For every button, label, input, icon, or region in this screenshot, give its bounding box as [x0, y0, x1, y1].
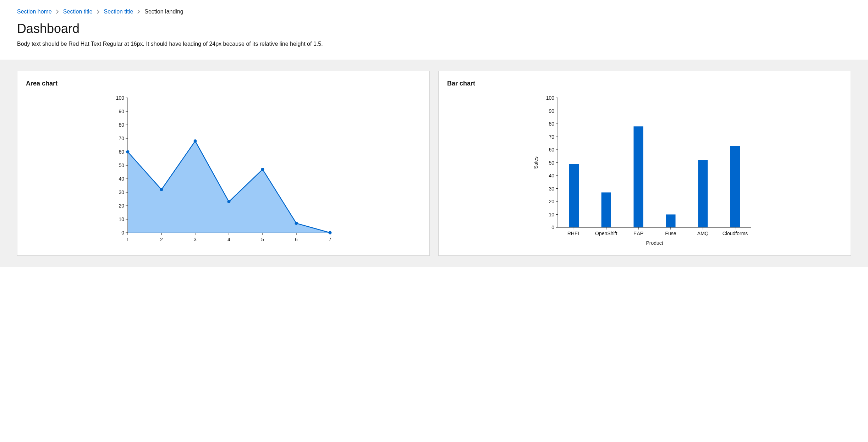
y-tick-label: 40 — [549, 173, 554, 178]
x-tick-label: 1 — [126, 237, 129, 242]
breadcrumb-link[interactable]: Section title — [104, 9, 133, 15]
x-axis-label: Product — [646, 240, 663, 246]
y-tick-label: 80 — [119, 122, 124, 128]
chevron-right-icon — [97, 10, 100, 14]
y-axis-label: Sales — [533, 156, 539, 169]
x-tick-label: 6 — [295, 237, 298, 242]
breadcrumb-current: Section landing — [144, 9, 183, 15]
y-tick-label: 50 — [549, 160, 554, 166]
x-tick-label: OpenShift — [595, 231, 617, 236]
y-tick-label: 80 — [549, 121, 554, 127]
x-tick-label: EAP — [633, 231, 643, 236]
area-fill — [128, 141, 330, 233]
y-tick-label: 60 — [549, 147, 554, 153]
area-chart: 01020304050607080901001234567 — [26, 94, 421, 247]
area-point — [328, 231, 331, 234]
y-tick-label: 0 — [121, 230, 124, 236]
bar — [698, 160, 708, 227]
y-tick-label: 100 — [546, 95, 554, 101]
area-point — [295, 222, 298, 225]
area-point — [160, 188, 163, 191]
area-point — [227, 200, 230, 203]
y-tick-label: 70 — [549, 134, 554, 140]
y-tick-label: 90 — [119, 109, 124, 114]
chevron-right-icon — [56, 10, 59, 14]
breadcrumb-link[interactable]: Section title — [63, 9, 93, 15]
y-tick-label: 70 — [119, 136, 124, 141]
x-tick-label: RHEL — [567, 231, 581, 236]
x-tick-label: 4 — [227, 237, 230, 242]
y-tick-label: 50 — [119, 162, 124, 168]
x-tick-label: Cloudforms — [722, 231, 748, 236]
x-tick-label: 2 — [160, 237, 163, 242]
y-tick-label: 30 — [119, 189, 124, 195]
y-tick-label: 0 — [551, 225, 554, 230]
bar-chart-title: Bar chart — [447, 80, 842, 87]
bar — [601, 192, 611, 227]
y-tick-label: 60 — [119, 149, 124, 155]
bar-chart-card: Bar chart 0102030405060708090100RHELOpen… — [438, 71, 851, 256]
bar — [666, 215, 675, 228]
x-tick-label: 7 — [329, 237, 331, 242]
bar-chart-svg: 0102030405060708090100RHELOpenShiftEAPFu… — [531, 94, 758, 247]
page-title: Dashboard — [17, 21, 851, 36]
bar — [730, 146, 740, 227]
area-point — [193, 139, 197, 143]
page-description: Body text should be Red Hat Text Regular… — [17, 40, 851, 48]
area-chart-title: Area chart — [26, 80, 421, 87]
y-tick-label: 20 — [549, 199, 554, 204]
page-header: Section homeSection titleSection titleSe… — [0, 0, 868, 60]
y-tick-label: 10 — [119, 216, 124, 222]
chevron-right-icon — [137, 10, 140, 14]
area-point — [126, 150, 129, 154]
x-tick-label: Fuse — [665, 231, 676, 236]
y-tick-label: 20 — [119, 203, 124, 209]
y-tick-label: 40 — [119, 176, 124, 182]
x-tick-label: 5 — [261, 237, 264, 242]
x-tick-label: 3 — [194, 237, 197, 242]
y-tick-label: 100 — [116, 95, 124, 101]
area-point — [261, 168, 264, 171]
bar — [633, 126, 643, 227]
y-tick-label: 10 — [549, 212, 554, 217]
breadcrumb: Section homeSection titleSection titleSe… — [17, 9, 851, 15]
dashboard-body: Area chart 01020304050607080901001234567… — [0, 60, 868, 267]
breadcrumb-link[interactable]: Section home — [17, 9, 52, 15]
bar — [569, 164, 578, 227]
y-tick-label: 90 — [549, 108, 554, 114]
y-tick-label: 30 — [549, 186, 554, 192]
bar-chart: 0102030405060708090100RHELOpenShiftEAPFu… — [447, 94, 842, 247]
area-chart-card: Area chart 01020304050607080901001234567 — [17, 71, 430, 256]
area-chart-svg: 01020304050607080901001234567 — [110, 94, 337, 247]
x-tick-label: AMQ — [697, 231, 708, 236]
